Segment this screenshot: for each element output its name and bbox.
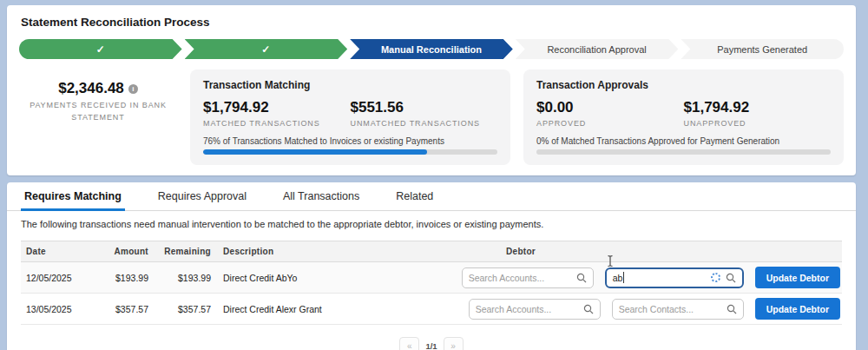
table-header-row: Date Amount Remaining Description Debtor xyxy=(21,241,842,262)
search-contacts-input[interactable] xyxy=(619,304,727,314)
text-caret xyxy=(623,272,624,283)
approvals-title: Transaction Approvals xyxy=(536,79,831,91)
approved-label: APPROVED xyxy=(536,119,684,128)
transactions-card: Requires Matching Requires Approval All … xyxy=(7,182,856,350)
bank-statement-total: $2,346.48i PAYMENTS RECEIVED IN BANK STA… xyxy=(19,69,177,165)
progress-path: ✓ ✓ Manual Reconciliation Reconciliation… xyxy=(19,39,844,59)
cell-date: 12/05/2025 xyxy=(21,273,103,283)
page-background: Statement Reconciliation Process ✓ ✓ Man… xyxy=(0,0,868,350)
approved-amount: $0.00 xyxy=(536,99,684,116)
pagination: « 1/1 » xyxy=(21,337,842,350)
cell-remaining: $357.57 xyxy=(148,304,211,314)
cell-description: Direct Credit AbYo xyxy=(211,273,400,283)
info-icon[interactable]: i xyxy=(128,84,138,94)
step-label: Payments Generated xyxy=(717,44,807,55)
total-amount: $2,346.48 xyxy=(58,80,124,96)
matched-label: MATCHED TRANSACTIONS xyxy=(203,119,351,128)
header-amount: Amount xyxy=(103,247,148,256)
loading-spinner-icon xyxy=(711,273,720,282)
cell-amount: $357.57 xyxy=(103,304,148,314)
transaction-matching-box: Transaction Matching $1,794.92 MATCHED T… xyxy=(190,69,510,165)
header-remaining: Remaining xyxy=(148,247,211,256)
transaction-approvals-box: Transaction Approvals $0.00 APPROVED $1,… xyxy=(523,69,844,165)
reconciliation-summary-card: Statement Reconciliation Process ✓ ✓ Man… xyxy=(7,5,856,175)
table-row: 13/05/2025 $357.57 $357.57 Direct Credit… xyxy=(21,294,842,325)
step-completed-2[interactable]: ✓ xyxy=(185,39,348,59)
cell-remaining: $193.99 xyxy=(148,273,211,283)
search-icon xyxy=(726,273,736,283)
tab-description: The following transactions need manual i… xyxy=(7,211,856,233)
search-contacts-input-value: ab xyxy=(613,273,623,283)
tab-requires-matching[interactable]: Requires Matching xyxy=(21,190,125,210)
cell-amount: $193.99 xyxy=(103,273,148,283)
search-icon xyxy=(583,304,594,314)
unmatched-label: UNMATCHED TRANSACTIONS xyxy=(351,119,498,128)
matched-amount: $1,794.92 xyxy=(203,99,351,116)
search-contacts-field[interactable] xyxy=(612,299,744,320)
approvals-progress-track xyxy=(536,149,831,155)
search-accounts-field[interactable] xyxy=(462,267,594,288)
tab-related[interactable]: Related xyxy=(392,190,437,210)
matching-progress-text: 76% of Transactions Matched to Invoices … xyxy=(203,136,497,146)
tab-bar: Requires Matching Requires Approval All … xyxy=(7,182,856,211)
header-debtor: Debtor xyxy=(506,247,536,256)
summary-stats: $2,346.48i PAYMENTS RECEIVED IN BANK STA… xyxy=(7,59,856,170)
search-accounts-input[interactable] xyxy=(469,273,576,283)
step-label: Reconciliation Approval xyxy=(547,44,646,55)
tab-all-transactions[interactable]: All Transactions xyxy=(279,190,363,210)
cell-date: 13/05/2025 xyxy=(21,304,103,314)
update-debtor-button[interactable]: Update Debtor xyxy=(755,267,840,288)
table-row: 12/05/2025 $193.99 $193.99 Direct Credit… xyxy=(21,262,842,294)
next-page-button[interactable]: » xyxy=(444,337,464,350)
search-contacts-field[interactable]: ab xyxy=(605,267,744,288)
step-manual-reconciliation[interactable]: Manual Reconciliation xyxy=(350,39,513,59)
step-label: Manual Reconciliation xyxy=(381,44,482,55)
step-reconciliation-approval[interactable]: Reconciliation Approval xyxy=(516,39,679,59)
matching-title: Transaction Matching xyxy=(203,79,497,91)
check-icon: ✓ xyxy=(96,43,105,56)
search-accounts-field[interactable] xyxy=(469,299,601,320)
ibeam-cursor-icon xyxy=(606,254,615,267)
matching-progress-track xyxy=(203,149,497,155)
search-accounts-input[interactable] xyxy=(476,304,583,314)
step-payments-generated[interactable]: Payments Generated xyxy=(681,39,844,59)
step-completed-1[interactable]: ✓ xyxy=(19,39,182,59)
search-icon xyxy=(727,304,737,314)
total-label: PAYMENTS RECEIVED IN BANK STATEMENT xyxy=(23,100,173,123)
header-description: Description xyxy=(211,247,400,256)
row-controls: ab Update Debtor xyxy=(462,267,842,288)
tab-requires-approval[interactable]: Requires Approval xyxy=(155,190,250,210)
check-icon: ✓ xyxy=(261,43,270,56)
cell-description: Direct Credit Alexr Grant xyxy=(211,304,400,314)
unapproved-amount: $1,794.92 xyxy=(684,99,832,116)
row-controls: Update Debtor xyxy=(469,298,842,320)
unapproved-label: UNAPPROVED xyxy=(684,119,832,128)
header-date: Date xyxy=(21,247,103,256)
matching-progress-fill xyxy=(203,149,427,155)
page-indicator: 1/1 xyxy=(425,341,437,350)
unmatched-amount: $551.56 xyxy=(351,99,498,116)
prev-page-button[interactable]: « xyxy=(399,337,419,350)
search-icon xyxy=(576,273,587,283)
approvals-progress-text: 0% of Matched Transactions Approved for … xyxy=(536,136,831,146)
transactions-table: Date Amount Remaining Description Debtor… xyxy=(21,241,842,350)
update-debtor-button[interactable]: Update Debtor xyxy=(755,298,840,320)
page-title: Statement Reconciliation Process xyxy=(7,5,856,39)
